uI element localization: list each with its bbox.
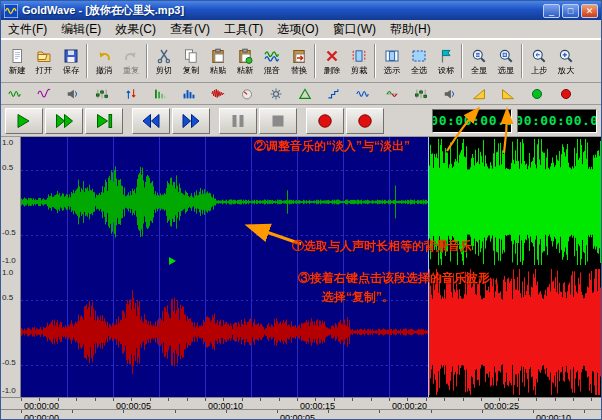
sine-button[interactable] xyxy=(34,85,54,103)
time-label: 00:00:25 xyxy=(484,401,519,409)
close-button[interactable]: ✕ xyxy=(581,4,598,18)
play-icon xyxy=(14,113,34,129)
interpolate-button[interactable] xyxy=(324,85,344,103)
doppler-button[interactable] xyxy=(353,85,373,103)
toolbar-button-redo[interactable]: 重复 xyxy=(117,41,144,82)
record-icon xyxy=(355,113,375,129)
toolbar-button-zoom-previous[interactable]: 上步 xyxy=(525,41,552,82)
zoom-previous-icon xyxy=(531,48,547,64)
waveform-area: 1.00.5-0.5-1.0 1.00.5-0.5-1.0 xyxy=(1,137,601,397)
waveform-button[interactable] xyxy=(5,85,25,103)
toolbar-label-open: 打开 xyxy=(35,65,52,74)
play-button[interactable] xyxy=(5,108,43,134)
play-all-button[interactable] xyxy=(45,108,83,134)
menu-tools[interactable]: 工具(T) xyxy=(217,19,270,40)
transport-bar: 00:00:00.0 00:00:00.0 xyxy=(1,105,601,137)
toolbar-button-select-all[interactable]: 全选 xyxy=(405,41,432,82)
toolbar-button-zoom-all[interactable]: 全显 xyxy=(465,41,492,82)
toolbar-button-save[interactable]: 保存 xyxy=(57,41,84,82)
time-ruler-detail[interactable]: 00:00:0000:00:0500:00:1000:00:1500:00:20… xyxy=(1,397,601,409)
fade-in-icon xyxy=(472,87,486,101)
toolbar-button-set-marker[interactable]: 设标 xyxy=(432,41,459,82)
invert-button[interactable] xyxy=(382,85,402,103)
toolbar-button-replace[interactable]: 替换 xyxy=(285,41,312,82)
mixer-sliders-icon xyxy=(95,87,109,101)
noise-reduction-button[interactable] xyxy=(556,85,576,103)
toolbar-button-paste[interactable]: 粘贴 xyxy=(204,41,231,82)
maximize-button[interactable]: □ xyxy=(562,4,579,18)
filter-button[interactable] xyxy=(179,85,199,103)
menu-view[interactable]: 查看(V) xyxy=(163,19,217,40)
toolbar-button-open[interactable]: 打开 xyxy=(30,41,57,82)
offset-arrows-button[interactable] xyxy=(121,85,141,103)
title-bar: GoldWave - [放你在心里头.mp3] _ □ ✕ xyxy=(1,1,601,20)
toolbar-button-select-view[interactable]: 选示 xyxy=(378,41,405,82)
time-displays: 00:00:00.0 00:00:00.0 xyxy=(432,109,597,133)
play-end-icon xyxy=(94,113,114,129)
toolbar-button-delete[interactable]: 删除 xyxy=(318,41,345,82)
stop-button[interactable] xyxy=(259,108,297,134)
toolbar-button-zoom-selection[interactable]: 选显 xyxy=(492,41,519,82)
speaker-button[interactable] xyxy=(63,85,83,103)
toolbar-button-zoom-in[interactable]: 放大 xyxy=(552,41,579,82)
menu-edit[interactable]: 编辑(E) xyxy=(54,19,108,40)
rewind-button[interactable] xyxy=(132,108,170,134)
toolbar-button-paste-new[interactable]: 粘新 xyxy=(231,41,258,82)
amplitude-ruler-2: 1.00.5-0.5-1.0 xyxy=(1,267,21,397)
interpolate-icon xyxy=(327,87,341,101)
pause-button[interactable] xyxy=(219,108,257,134)
menu-effects[interactable]: 效果(C) xyxy=(108,19,163,40)
mix-icon xyxy=(264,48,280,64)
mixer-sliders-button[interactable] xyxy=(92,85,112,103)
menu-help[interactable]: 帮助(H) xyxy=(383,19,438,40)
echo-icon xyxy=(153,87,167,101)
match-volume-button[interactable] xyxy=(527,85,547,103)
rewind-icon xyxy=(141,113,161,129)
time-label: 00:00:20 xyxy=(392,401,427,409)
menu-file[interactable]: 文件(F) xyxy=(1,19,54,40)
set-marker-icon xyxy=(438,48,454,64)
delete-icon xyxy=(324,48,340,64)
menu-window[interactable]: 窗口(W) xyxy=(326,19,383,40)
amplitude-label: 1.0 xyxy=(2,138,13,147)
select-all-icon xyxy=(411,48,427,64)
menu-options[interactable]: 选项(O) xyxy=(270,19,325,40)
toolbar-button-cut[interactable]: 剪切 xyxy=(150,41,177,82)
toolbar-button-trim[interactable]: 剪裁 xyxy=(345,41,372,82)
pitch-button[interactable] xyxy=(295,85,315,103)
time-ruler-overview[interactable]: 00:00:0000:00:0500:00:10 xyxy=(1,409,601,420)
record-button[interactable] xyxy=(306,108,344,134)
toolbar-label-zoom-previous: 上步 xyxy=(530,65,547,74)
annotation-step3-line2: 选择“复制”。 xyxy=(322,289,394,306)
toolbar-button-mix[interactable]: 混音 xyxy=(258,41,285,82)
fade-in-button[interactable] xyxy=(469,85,489,103)
play-all-icon xyxy=(54,113,74,129)
fade-out-button[interactable] xyxy=(498,85,518,103)
new-icon xyxy=(9,48,25,64)
pan-icon xyxy=(240,87,254,101)
mechanize-button[interactable] xyxy=(266,85,286,103)
amplitude-ruler-1: 1.00.5-0.5-1.0 xyxy=(1,137,21,267)
record-new-button[interactable] xyxy=(346,108,384,134)
volume-button[interactable] xyxy=(440,85,460,103)
pitch-icon xyxy=(298,87,312,101)
minimize-button[interactable]: _ xyxy=(543,4,560,18)
undo-icon xyxy=(96,48,112,64)
pan-button[interactable] xyxy=(237,85,257,103)
fade-out-icon xyxy=(501,87,515,101)
toolbar-button-new[interactable]: 新建 xyxy=(3,41,30,82)
toolbar-button-undo[interactable]: 撤消 xyxy=(90,41,117,82)
dynamics-icon xyxy=(414,87,428,101)
echo-button[interactable] xyxy=(150,85,170,103)
replace-icon xyxy=(291,48,307,64)
amplitude-label: -1.0 xyxy=(2,386,16,395)
dynamics-button[interactable] xyxy=(411,85,431,103)
toolbar-separator xyxy=(86,44,88,78)
copy-icon xyxy=(183,48,199,64)
toolbar-button-copy[interactable]: 复制 xyxy=(177,41,204,82)
noise-button[interactable] xyxy=(208,85,228,103)
fast-forward-button[interactable] xyxy=(172,108,210,134)
time-label: 00:00:10 xyxy=(208,401,243,409)
invert-icon xyxy=(385,87,399,101)
play-selection-button[interactable] xyxy=(85,108,123,134)
